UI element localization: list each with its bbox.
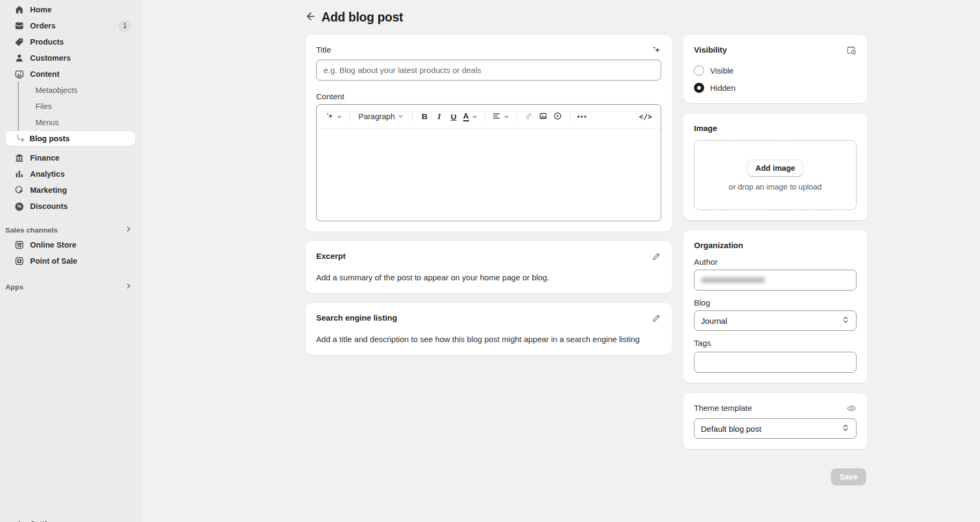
sidebar-item-point-of-sale[interactable]: $ Point of Sale	[5, 253, 135, 269]
ai-writer-button[interactable]	[323, 108, 345, 125]
page-title: Add blog post	[321, 10, 403, 25]
sidebar-item-finance[interactable]: Finance	[5, 150, 135, 165]
sidebar-item-label: Customers	[30, 54, 71, 62]
radio-unchecked-icon	[694, 66, 704, 76]
image-dropzone[interactable]: Add image or drop an image to upload	[694, 140, 857, 210]
orders-count-badge: 1	[119, 21, 131, 31]
insert-image-button[interactable]	[536, 108, 551, 125]
seo-description: Add a title and description to see how t…	[316, 334, 661, 345]
analytics-icon	[14, 169, 25, 179]
redacted-author-value	[701, 277, 765, 283]
sidebar-item-marketing[interactable]: Marketing	[5, 183, 135, 198]
sparkle-icon	[325, 112, 334, 122]
alignment-button[interactable]	[490, 108, 511, 125]
sidebar-item-menus[interactable]: Menus	[5, 115, 135, 130]
save-button[interactable]: Save	[831, 468, 866, 485]
title-input[interactable]	[316, 60, 661, 81]
svg-text:$: $	[18, 259, 20, 263]
tags-input[interactable]	[694, 352, 857, 373]
align-left-icon	[492, 112, 501, 122]
back-button[interactable]	[302, 9, 318, 25]
blog-select[interactable]: Journal	[694, 310, 857, 331]
rich-text-editor: Paragraph B I U A	[316, 104, 661, 221]
add-image-button[interactable]: Add image	[748, 160, 802, 177]
chevron-down-icon	[337, 112, 342, 121]
chevron-right-icon	[125, 282, 132, 291]
sidebar-item-label: Menus	[35, 118, 59, 127]
preview-template-button[interactable]	[846, 403, 857, 415]
paragraph-style-dropdown[interactable]: Paragraph	[355, 108, 407, 125]
arrow-left-icon	[305, 11, 316, 24]
theme-template-card: Theme template Default blog post	[683, 393, 867, 449]
excerpt-description: Add a summary of the post to appear on y…	[316, 272, 661, 283]
sidebar: Home Orders 1 Products Customers C	[0, 0, 141, 522]
visibility-title: Visibility	[694, 45, 727, 54]
ai-generate-button[interactable]	[652, 45, 661, 56]
image-title: Image	[694, 124, 717, 133]
seo-title: Search engine listing	[316, 313, 397, 322]
chevron-updown-icon	[842, 424, 850, 433]
title-label: Title	[316, 45, 331, 54]
products-icon	[14, 37, 25, 47]
sidebar-item-label: Products	[30, 38, 64, 46]
insert-video-button[interactable]	[551, 108, 565, 125]
calendar-clock-icon	[846, 45, 857, 57]
sidebar-item-label: Metaobjects	[35, 86, 77, 95]
visibility-option-visible[interactable]: Visible	[694, 66, 857, 76]
sidebar-item-analytics[interactable]: Analytics	[5, 166, 135, 182]
underline-button[interactable]: U	[447, 108, 461, 125]
save-row: Save	[683, 468, 867, 485]
sales-channels-heading[interactable]: Sales channels	[0, 222, 141, 237]
sidebar-item-label: Content	[30, 70, 60, 78]
visibility-option-hidden[interactable]: Hidden	[694, 83, 857, 93]
sidebar-item-products[interactable]: Products	[5, 34, 135, 49]
more-options-button[interactable]: •••	[575, 108, 590, 125]
sidebar-item-online-store[interactable]: Online Store	[5, 237, 135, 252]
image-card: Image Add image or drop an image to uplo…	[683, 113, 867, 220]
online-store-icon	[14, 240, 25, 250]
bold-button[interactable]: B	[418, 108, 432, 125]
sidebar-item-orders[interactable]: Orders 1	[5, 18, 135, 33]
content-editor-area[interactable]	[317, 129, 661, 221]
chevron-down-icon	[503, 112, 509, 121]
play-circle-icon	[553, 112, 562, 122]
italic-button[interactable]: I	[432, 108, 447, 125]
sidebar-item-metaobjects[interactable]: Metaobjects	[5, 83, 135, 98]
sidebar-item-label: Settings	[30, 520, 61, 522]
sidebar-item-label: Orders	[30, 21, 56, 30]
theme-template-value: Default blog post	[701, 424, 762, 433]
excerpt-title: Excerpt	[316, 251, 346, 260]
toolbar-divider	[485, 111, 485, 122]
apps-heading[interactable]: Apps	[0, 279, 141, 294]
link-button[interactable]	[522, 108, 536, 125]
sidebar-item-home[interactable]: Home	[5, 2, 135, 17]
toolbar-divider	[349, 111, 350, 122]
gear-icon: ⚙	[14, 519, 25, 522]
organization-card: Organization Author Blog Journal	[683, 230, 867, 383]
theme-template-select[interactable]: Default blog post	[694, 418, 857, 439]
text-color-button[interactable]: A	[461, 108, 480, 125]
chevron-updown-icon	[842, 316, 850, 325]
sidebar-item-discounts[interactable]: % Discounts	[5, 199, 135, 214]
edit-seo-button[interactable]	[652, 313, 661, 324]
show-html-button[interactable]: </>	[637, 108, 654, 125]
organization-title: Organization	[694, 241, 743, 250]
sidebar-item-customers[interactable]: Customers	[5, 50, 135, 66]
author-input[interactable]	[694, 270, 857, 291]
sidebar-item-label: Point of Sale	[30, 257, 77, 265]
sidebar-item-files[interactable]: Files	[5, 99, 135, 114]
sidebar-item-content[interactable]: Content	[5, 67, 135, 82]
link-icon	[524, 112, 533, 122]
schedule-visibility-button[interactable]	[846, 45, 857, 57]
sidebar-item-label: Blog posts	[30, 134, 70, 143]
sidebar-item-blog-posts[interactable]: Blog posts	[5, 131, 135, 146]
sidebar-item-label: Home	[30, 5, 52, 14]
orders-icon	[14, 20, 25, 31]
customers-icon	[14, 53, 25, 63]
edit-excerpt-button[interactable]	[652, 251, 661, 263]
image-icon	[539, 112, 547, 122]
sidebar-item-settings[interactable]: ⚙ Settings	[5, 517, 135, 522]
main-content: Add blog post Title Content	[141, 0, 980, 522]
eye-icon	[846, 403, 857, 415]
page-header: Add blog post	[141, 0, 980, 35]
